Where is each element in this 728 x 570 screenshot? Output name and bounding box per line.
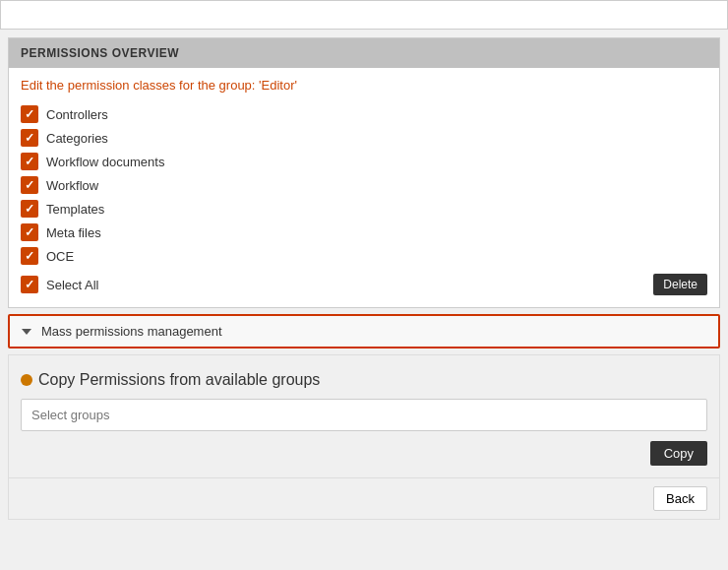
select-groups-input[interactable] [21,399,707,431]
mass-permissions-header[interactable]: Mass permissions management [10,316,718,347]
checkbox-select-all[interactable] [21,276,38,293]
permissions-overview-section: PERMISSIONS OVERVIEW Edit the permission… [8,37,720,308]
permission-item-oce: OCE [21,244,707,268]
mass-permissions-section: Mass permissions management [8,314,720,348]
checkbox-controllers[interactable] [21,105,38,123]
checkbox-workflow-docs[interactable] [21,153,38,170]
permission-label-categories: Categories [46,131,108,146]
permission-item-meta-files: Meta files [21,221,707,244]
permission-label-meta-files: Meta files [46,225,101,240]
edit-notice: Edit the permission classes for the grou… [9,68,719,98]
copy-heading-text: Copy Permissions from available groups [38,371,320,389]
delete-button[interactable]: Delete [653,274,707,295]
select-all-label: Select All [46,278,98,292]
permission-item-workflow-docs: Workflow documents [21,150,707,173]
select-all-row: Select All Delete [21,270,707,299]
checkbox-oce[interactable] [21,247,38,265]
bottom-bar: Back [8,478,720,520]
permission-label-controllers: Controllers [46,107,108,122]
copy-btn-row: Copy [21,441,707,466]
permission-item-controllers: Controllers [21,102,707,126]
section-header: PERMISSIONS OVERVIEW [9,38,719,68]
permission-item-workflow: Workflow [21,173,707,197]
permission-label-templates: Templates [46,202,104,217]
permission-item-templates: Templates [21,197,707,221]
checkbox-categories[interactable] [21,129,38,147]
top-bar [0,0,728,30]
orange-dot-icon [21,374,32,386]
copy-button[interactable]: Copy [650,441,707,466]
permissions-list: Controllers Categories Workflow document… [9,98,719,307]
permission-label-workflow-docs: Workflow documents [46,155,164,169]
select-all-left: Select All [21,276,98,293]
permission-label-workflow: Workflow [46,178,98,193]
checkbox-workflow[interactable] [21,176,38,194]
permission-label-oce: OCE [46,249,74,264]
permission-item-categories: Categories [21,126,707,150]
checkbox-meta-files[interactable] [21,223,38,241]
copy-heading: Copy Permissions from available groups [21,371,707,389]
chevron-down-icon [22,329,31,335]
checkbox-templates[interactable] [21,200,38,218]
back-button[interactable]: Back [653,486,707,511]
mass-permissions-title: Mass permissions management [41,324,222,339]
copy-section: Copy Permissions from available groups C… [8,354,720,478]
